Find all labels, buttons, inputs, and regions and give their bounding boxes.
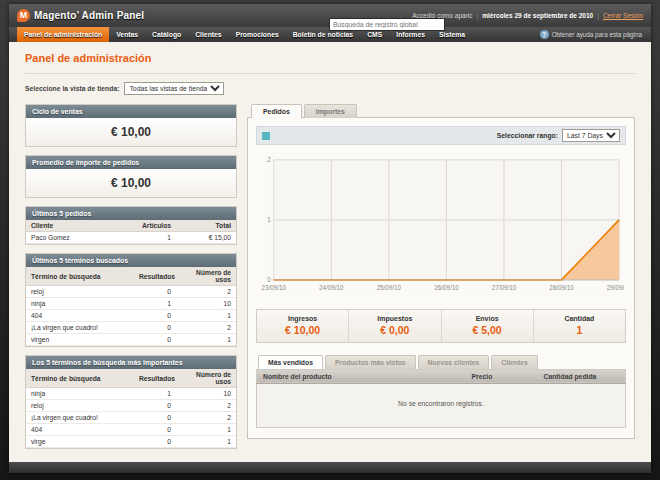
nav-item-clientes[interactable]: Clientes [188, 27, 228, 42]
top-search-table: Término de búsquedaResultadosNúmero de u… [26, 369, 236, 448]
tab-productos-mas-vistos[interactable]: Productos más vistos [325, 355, 416, 369]
stat-label: Envíos [442, 315, 533, 322]
help-label: Obtener ayuda para esta página [552, 31, 642, 38]
products-table: Nombre del productoPrecioCantidad pedida… [256, 369, 626, 428]
table-cell: ninja [26, 388, 134, 400]
page-title: Panel de administración [25, 52, 635, 64]
table-header-row: Término de búsquedaResultadosNúmero de u… [26, 267, 236, 286]
nav-item-catalogo[interactable]: Catálogo [145, 27, 188, 42]
table-cell: 2 [176, 400, 236, 412]
card-title: Los 5 términos de búsqueda más important… [26, 356, 236, 369]
store-switcher: Seleccione la vista de tienda: Todas las… [25, 73, 635, 104]
column-header: Cantidad pedida [538, 369, 626, 383]
table-cell: 1 [176, 334, 236, 346]
dashboard: Ciclo de ventas € 10,00 Promedio de impo… [25, 104, 635, 449]
column-header: Resultados [134, 369, 176, 388]
column-header: Término de búsqueda [26, 369, 134, 388]
table-row: ninja110 [26, 388, 236, 400]
tab-importes[interactable]: Importes [304, 104, 357, 118]
range-select[interactable]: Last 7 Days [562, 129, 620, 142]
stat-label: Impuestos [349, 315, 440, 322]
table-row: ninja110 [26, 298, 236, 310]
content-area: Panel de administración Seleccione la vi… [9, 42, 651, 462]
last-search-table: Término de búsquedaResultadosNúmero de u… [26, 267, 236, 346]
svg-text:28/09/10: 28/09/10 [549, 284, 574, 291]
nav-item-promociones[interactable]: Promociones [229, 27, 286, 42]
dashboard-right-column: Pedidos Importes Seleccionar rango: Last… [247, 104, 635, 439]
column-header: Artículos [134, 220, 176, 232]
card-lifetime-sales: Ciclo de ventas € 10,00 [25, 104, 237, 147]
column-header: Precio [466, 369, 538, 383]
table-cell: virge [26, 436, 134, 448]
admin-page: M Magento’ Admin Panel Accedió como apar… [9, 4, 651, 473]
dashboard-left-column: Ciclo de ventas € 10,00 Promedio de impo… [25, 104, 237, 449]
table-cell: 1 [176, 424, 236, 436]
empty-row: No se encontraron registros. [257, 383, 626, 427]
table-cell: virgen [26, 334, 134, 346]
tab-mas-vendidos[interactable]: Más vendidos [258, 355, 323, 369]
card-title: Ciclo de ventas [26, 105, 236, 118]
tab-clientes[interactable]: Clientes [491, 355, 537, 369]
svg-text:23/09/10: 23/09/10 [262, 284, 287, 291]
average-orders-value: € 10,00 [26, 169, 236, 197]
column-header: Número de usos [176, 369, 236, 388]
table-cell: reloj [26, 286, 134, 298]
browser-frame: M Magento’ Admin Panel Accedió como apar… [0, 0, 660, 480]
nav-item-panel-administracion[interactable]: Panel de administración [17, 27, 109, 42]
orders-chart-wrap: 01223/09/1024/09/1025/09/1026/09/1027/09… [256, 150, 626, 300]
stat-label: Ingresos [257, 315, 348, 322]
table-cell: 0 [134, 424, 176, 436]
chart-panel: Seleccionar rango: Last 7 Days 01223/09/… [247, 117, 635, 439]
range-label: Seleccionar rango: [497, 132, 558, 139]
magento-logo-icon: M [17, 9, 30, 22]
help-icon: ? [540, 30, 549, 39]
table-row: Paco Gomez1€ 15,00 [26, 232, 236, 244]
orders-area-chart: 01223/09/1024/09/1025/09/1026/09/1027/09… [258, 152, 624, 300]
table-cell: 1 [176, 436, 236, 448]
table-row: 40401 [26, 310, 236, 322]
table-cell: 404 [26, 424, 134, 436]
help-link[interactable]: ? Obtener ayuda para esta página [540, 27, 651, 42]
card-title: Últimos 5 pedidos [26, 207, 236, 220]
table-cell: 0 [134, 310, 176, 322]
logo-text: Magento’ Admin Panel [34, 10, 144, 21]
range-bar: Seleccionar rango: Last 7 Days [256, 126, 626, 145]
stat-ingresos: Ingresos € 10,00 [257, 310, 348, 342]
stat-value: 1 [534, 324, 625, 336]
totals-row: Ingresos € 10,00 Impuestos € 0,00 Envíos… [256, 309, 626, 343]
lifetime-sales-value: € 10,00 [26, 118, 236, 146]
global-search [329, 13, 445, 31]
table-row: ¡La virgen que cuadro!02 [26, 412, 236, 424]
card-top-search-terms: Los 5 términos de búsqueda más important… [25, 355, 237, 449]
table-cell: 0 [134, 322, 176, 334]
stat-value: € 0,00 [349, 324, 440, 336]
table-cell: ninja [26, 298, 134, 310]
column-header: Número de usos [176, 267, 236, 286]
table-row: virgen01 [26, 334, 236, 346]
separator: | [477, 12, 479, 19]
table-cell: 0 [134, 436, 176, 448]
stat-envios: Envíos € 5,00 [441, 310, 533, 342]
stat-impuestos: Impuestos € 0,00 [348, 310, 440, 342]
table-cell: 2 [176, 286, 236, 298]
global-search-input[interactable] [329, 18, 445, 31]
stat-value: € 10,00 [257, 324, 348, 336]
table-cell: 404 [26, 310, 134, 322]
svg-text:26/09/10: 26/09/10 [434, 284, 459, 291]
table-row: virge01 [26, 436, 236, 448]
table-cell: 0 [134, 334, 176, 346]
tab-pedidos[interactable]: Pedidos [251, 104, 302, 118]
series-legend-swatch [262, 132, 270, 140]
table-row: reloj02 [26, 400, 236, 412]
table-cell: 2 [176, 322, 236, 334]
table-cell: 10 [176, 298, 236, 310]
store-view-select[interactable]: Todas las vistas de tienda [124, 82, 224, 95]
card-title: Promedio de importe de pedidos [26, 156, 236, 169]
table-row: reloj02 [26, 286, 236, 298]
table-header-row: ClienteArtículosTotal [26, 220, 236, 232]
nav-item-ventas[interactable]: Ventas [109, 27, 145, 42]
table-cell: ¡La virgen que cuadro! [26, 322, 134, 334]
logout-link[interactable]: Cerrar Sesión [603, 12, 643, 19]
tab-nuevos-clientes[interactable]: Nuevos clientes [418, 355, 490, 369]
column-header: Cliente [26, 220, 134, 232]
